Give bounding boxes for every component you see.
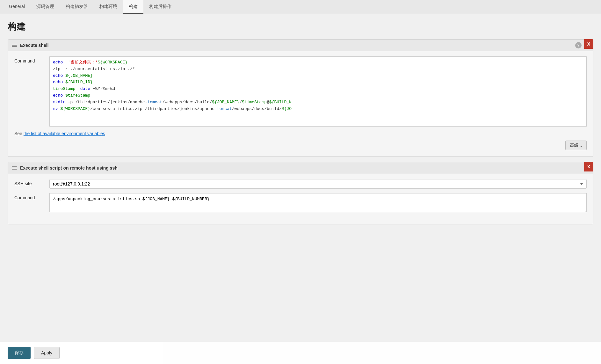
save-button[interactable]: 保存 [8,347,31,359]
tab-triggers[interactable]: 构建触发器 [60,0,94,14]
bottom-bar: 保存 Apply [0,342,601,364]
env-link-row: See the list of available environment va… [14,131,587,136]
page-content: 构建 Execute shell X ? Command echo '当前文件夹… [0,14,601,364]
ssh-card: Execute shell script on remote host usin… [8,162,593,224]
ssh-card-header: Execute shell script on remote host usin… [8,162,593,174]
ssh-command-row: Command [14,193,587,213]
command-label: Command [14,56,49,63]
ssh-command-label: Command [14,193,49,200]
advanced-btn-row: 高级... [14,141,587,150]
ssh-site-label: SSH site [14,179,49,186]
ssh-site-select[interactable]: root@127.0.0.1:22 [49,179,587,189]
command-row: Command echo '当前文件夹：'${WORKSPACE} zip -r… [14,56,587,127]
execute-shell-card-header: Execute shell [8,40,593,51]
ssh-card-body: SSH site root@127.0.0.1:22 Command [8,174,593,224]
tab-post[interactable]: 构建后操作 [143,0,177,14]
execute-shell-close-button[interactable]: X [584,39,593,49]
execute-shell-help-icon[interactable]: ? [575,42,582,48]
tab-env[interactable]: 构建环境 [94,0,123,14]
env-link-prefix: See [14,131,24,136]
ssh-drag-handle[interactable] [12,166,17,170]
ssh-site-control: root@127.0.0.1:22 [49,179,587,189]
tab-source[interactable]: 源码管理 [31,0,60,14]
tabs-bar: General源码管理构建触发器构建环境构建构建后操作 [0,0,601,14]
ssh-command-textarea[interactable] [49,193,587,212]
command-control: echo '当前文件夹：'${WORKSPACE} zip -r ./cours… [49,56,587,127]
ssh-close-button[interactable]: X [584,162,593,171]
ssh-command-control [49,193,587,213]
execute-shell-title: Execute shell [20,43,49,48]
drag-handle[interactable] [12,44,17,47]
ssh-card-title: Execute shell script on remote host usin… [20,165,118,171]
env-variables-link[interactable]: the list of available environment variab… [24,131,105,136]
ssh-site-row: SSH site root@127.0.0.1:22 [14,179,587,189]
tab-build[interactable]: 构建 [123,0,143,14]
apply-button[interactable]: Apply [34,347,60,359]
advanced-button[interactable]: 高级... [565,141,587,150]
execute-shell-card-body: Command echo '当前文件夹：'${WORKSPACE} zip -r… [8,51,593,157]
execute-shell-card: Execute shell X ? Command echo '当前文件夹：'$… [8,39,593,157]
tab-general[interactable]: General [3,0,31,14]
command-code-editor[interactable]: echo '当前文件夹：'${WORKSPACE} zip -r ./cours… [49,56,587,127]
page-title: 构建 [8,21,593,33]
